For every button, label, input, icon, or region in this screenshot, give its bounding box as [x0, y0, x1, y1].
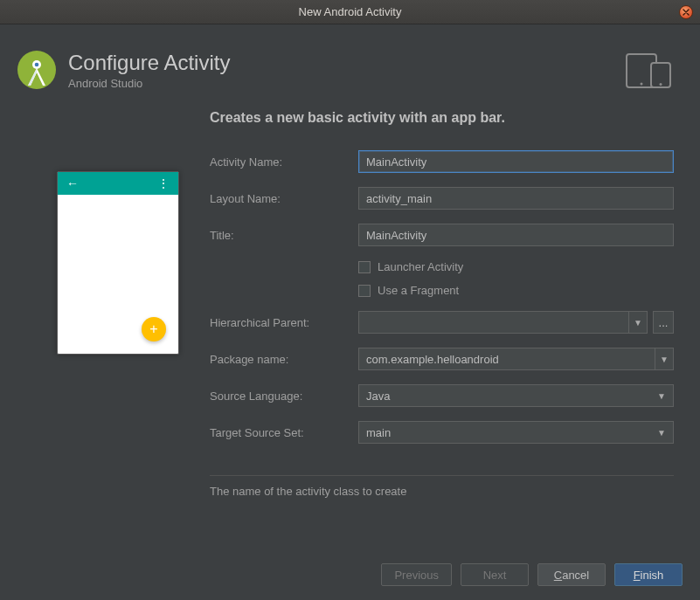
activity-preview: ← ⋮ + — [57, 171, 179, 355]
use-fragment-checkbox[interactable] — [358, 285, 371, 297]
wizard-description: Creates a new basic activity with an app… — [210, 110, 674, 126]
svg-point-2 — [35, 63, 39, 67]
svg-point-6 — [660, 83, 662, 86]
android-studio-icon — [16, 49, 58, 91]
activity-name-label: Activity Name: — [210, 155, 358, 169]
devices-icon — [625, 51, 674, 89]
hierarchical-parent-input[interactable] — [358, 311, 628, 334]
preview-appbar: ← ⋮ — [58, 172, 178, 195]
wizard-buttons: Previous Next Cancel Finish — [0, 551, 700, 600]
page-subtitle: Android Studio — [68, 77, 614, 90]
close-button[interactable] — [679, 5, 693, 19]
back-icon: ← — [66, 177, 79, 190]
use-fragment-label: Use a Fragment — [378, 284, 459, 297]
finish-button[interactable]: Finish — [614, 563, 683, 586]
hierarchical-parent-dropdown[interactable]: ▼ — [628, 311, 648, 334]
package-name-label: Package name: — [210, 353, 358, 366]
page-title: Configure Activity — [68, 51, 614, 75]
preview-fab: + — [142, 317, 166, 341]
source-language-select[interactable]: Java ▼ — [358, 384, 674, 407]
wizard-header: Configure Activity Android Studio — [0, 24, 700, 110]
layout-name-label: Layout Name: — [210, 192, 358, 205]
target-source-set-value: main — [366, 426, 391, 439]
chevron-down-icon: ▼ — [657, 428, 666, 438]
activity-name-input[interactable] — [358, 150, 674, 173]
window-title: New Android Activity — [299, 5, 402, 18]
target-source-set-select[interactable]: main ▼ — [358, 421, 674, 444]
target-source-set-label: Target Source Set: — [210, 426, 358, 439]
overflow-icon: ⋮ — [157, 177, 170, 190]
close-icon — [683, 9, 690, 16]
hierarchical-parent-label: Hierarchical Parent: — [210, 316, 358, 329]
chevron-down-icon: ▼ — [657, 391, 666, 401]
launcher-activity-label: Launcher Activity — [378, 260, 463, 273]
package-name-input[interactable] — [358, 348, 655, 370]
source-language-value: Java — [366, 390, 390, 403]
launcher-activity-checkbox[interactable] — [358, 261, 371, 273]
titlebar: New Android Activity — [0, 0, 700, 24]
cancel-button[interactable]: Cancel — [537, 563, 606, 586]
svg-point-4 — [641, 83, 643, 86]
next-button[interactable]: Next — [461, 563, 529, 586]
title-label: Title: — [210, 229, 358, 242]
source-language-label: Source Language: — [210, 390, 358, 403]
package-name-dropdown[interactable]: ▼ — [655, 348, 674, 370]
help-text: The name of the activity class to create — [210, 475, 674, 498]
layout-name-input[interactable] — [358, 187, 674, 210]
hierarchical-parent-browse-button[interactable]: ... — [653, 311, 674, 334]
previous-button[interactable]: Previous — [381, 563, 452, 586]
title-input[interactable] — [358, 224, 674, 246]
